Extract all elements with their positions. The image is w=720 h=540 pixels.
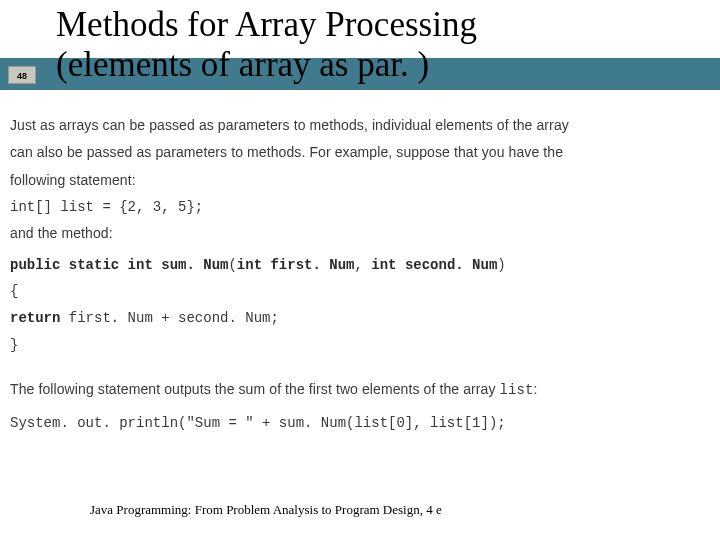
slide-footer: Java Programming: From Problem Analysis …	[90, 502, 442, 518]
text: :	[534, 381, 538, 397]
title-line-1: Methods for Array Processing	[56, 5, 477, 45]
paragraph-line: following statement:	[10, 167, 710, 194]
comma: ,	[354, 257, 371, 273]
code-method: public static int sum. Num(int first. Nu…	[10, 252, 710, 358]
code-declaration: int[] list = {2, 3, 5};	[10, 194, 710, 221]
identifier: first. Num	[270, 257, 354, 273]
brace-close: }	[10, 332, 710, 359]
title-line-2: (elements of array as par. )	[56, 45, 477, 85]
method-signature: public static int sum. Num(int first. Nu…	[10, 252, 710, 279]
paren: )	[497, 257, 505, 273]
slide-number-badge: 48	[8, 66, 36, 84]
identifier: sum. Num	[161, 257, 228, 273]
brace-open: {	[10, 278, 710, 305]
paragraph-line: Just as arrays can be passed as paramete…	[10, 112, 710, 139]
keyword: public static int	[10, 257, 161, 273]
text: The following statement outputs the sum …	[10, 381, 500, 397]
expression: first. Num + second. Num;	[69, 310, 279, 326]
identifier: second. Num	[405, 257, 497, 273]
keyword: int	[237, 257, 271, 273]
slide-content: Just as arrays can be passed as paramete…	[10, 112, 710, 436]
inline-code: list	[500, 382, 534, 398]
paren: (	[228, 257, 236, 273]
slide-title: Methods for Array Processing (elements o…	[56, 5, 477, 86]
keyword: int	[371, 257, 405, 273]
paragraph-line: The following statement outputs the sum …	[10, 376, 710, 404]
return-line: return first. Num + second. Num;	[10, 305, 710, 332]
paragraph-line: can also be passed as parameters to meth…	[10, 139, 710, 166]
keyword: return	[10, 310, 69, 326]
paragraph-line: and the method:	[10, 220, 710, 247]
code-println: System. out. println("Sum = " + sum. Num…	[10, 410, 710, 437]
